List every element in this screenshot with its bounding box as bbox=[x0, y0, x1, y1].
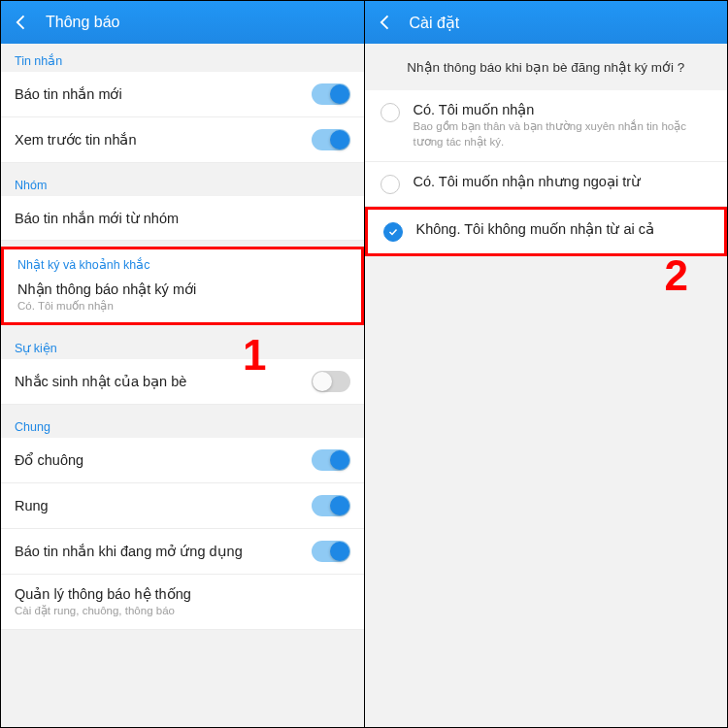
section-chung: Chung bbox=[1, 411, 364, 438]
option-sub: Bao gồm bạn thân và bạn thường xuyên nhắ… bbox=[414, 119, 714, 149]
row-label: Rung bbox=[15, 498, 312, 513]
row-label: Nhận thông báo nhật ký mới bbox=[17, 281, 347, 297]
radio-icon bbox=[381, 103, 400, 122]
toggle-rung[interactable] bbox=[312, 495, 350, 516]
question-text: Nhận thông báo khi bạn bè đăng nhật ký m… bbox=[365, 44, 728, 90]
back-icon[interactable] bbox=[11, 12, 32, 33]
header-title: Cài đặt bbox=[410, 14, 460, 32]
row-label: Đổ chuông bbox=[15, 452, 312, 468]
section-nhatky: Nhật ký và khoảnh khắc bbox=[4, 249, 361, 276]
row-label: Nhắc sinh nhật của bạn bè bbox=[15, 374, 312, 389]
row-bao-tinnhan-dangmo[interactable]: Báo tin nhắn khi đang mở ứng dụng bbox=[1, 529, 364, 575]
option-label: Có. Tôi muốn nhận bbox=[414, 102, 714, 117]
row-sub: Cài đặt rung, chuông, thông báo bbox=[15, 604, 350, 617]
toggle-xemtruoc-tinnhan[interactable] bbox=[312, 129, 350, 150]
back-icon[interactable] bbox=[375, 12, 396, 33]
header-notifications: Thông báo bbox=[1, 1, 364, 44]
settings-panel: Cài đặt Nhận thông báo khi bạn bè đăng n… bbox=[364, 1, 728, 727]
row-nhac-sinhnhat[interactable]: Nhắc sinh nhật của bạn bè bbox=[1, 359, 364, 405]
row-quanly-thongbao[interactable]: Quản lý thông báo hệ thống Cài đặt rung,… bbox=[1, 575, 364, 630]
row-rung[interactable]: Rung bbox=[1, 483, 364, 529]
row-nhan-thongbao-nhatky[interactable]: Nhận thông báo nhật ký mới Có. Tôi muốn … bbox=[4, 276, 361, 322]
highlight-nhatky: Nhật ký và khoảnh khắc Nhận thông báo nh… bbox=[1, 247, 364, 325]
header-title: Thông báo bbox=[46, 14, 120, 31]
toggle-nhac-sinhnhat[interactable] bbox=[312, 371, 350, 392]
toggle-bao-tinnhan-moi[interactable] bbox=[312, 83, 350, 105]
row-bao-tinnhan-moi[interactable]: Báo tin nhắn mới bbox=[1, 72, 364, 117]
option-co-muon-nhan[interactable]: Có. Tôi muốn nhận Bao gồm bạn thân và bạ… bbox=[365, 90, 728, 162]
row-label: Báo tin nhắn mới từ nhóm bbox=[15, 211, 350, 226]
section-sukien: Sự kiện bbox=[1, 331, 364, 359]
annotation-2: 2 bbox=[665, 251, 688, 300]
empty-area bbox=[365, 256, 728, 727]
option-label: Không. Tôi không muốn nhận từ ai cả bbox=[416, 221, 711, 237]
option-khong-muon-nhan[interactable]: Không. Tôi không muốn nhận từ ai cả bbox=[365, 207, 728, 256]
toggle-dochuong[interactable] bbox=[312, 449, 350, 471]
notifications-panel: Thông báo Tin nhắn Báo tin nhắn mới Xem … bbox=[1, 1, 364, 727]
row-sub: Có. Tôi muốn nhận bbox=[17, 299, 347, 313]
radio-icon bbox=[381, 175, 400, 194]
toggle-bao-tinnhan-dangmo[interactable] bbox=[312, 541, 350, 562]
row-dochuong[interactable]: Đổ chuông bbox=[1, 438, 364, 483]
option-co-ngoai-tru[interactable]: Có. Tôi muốn nhận nhưng ngoại trừ bbox=[365, 162, 728, 207]
radio-checked-icon bbox=[383, 222, 403, 242]
row-label: Báo tin nhắn khi đang mở ứng dụng bbox=[15, 544, 312, 559]
section-tinnhan: Tin nhắn bbox=[1, 44, 364, 72]
option-label: Có. Tôi muốn nhận nhưng ngoại trừ bbox=[414, 174, 714, 189]
row-label: Xem trước tin nhắn bbox=[15, 132, 312, 148]
row-label: Quản lý thông báo hệ thống bbox=[15, 586, 350, 602]
annotation-1: 1 bbox=[243, 331, 266, 380]
row-xemtruoc-tinnhan[interactable]: Xem trước tin nhắn bbox=[1, 117, 364, 163]
row-bao-tinnhan-nhom[interactable]: Báo tin nhắn mới từ nhóm bbox=[1, 196, 364, 241]
section-nhom: Nhóm bbox=[1, 169, 364, 196]
header-settings: Cài đặt bbox=[365, 1, 728, 44]
row-label: Báo tin nhắn mới bbox=[15, 86, 312, 102]
